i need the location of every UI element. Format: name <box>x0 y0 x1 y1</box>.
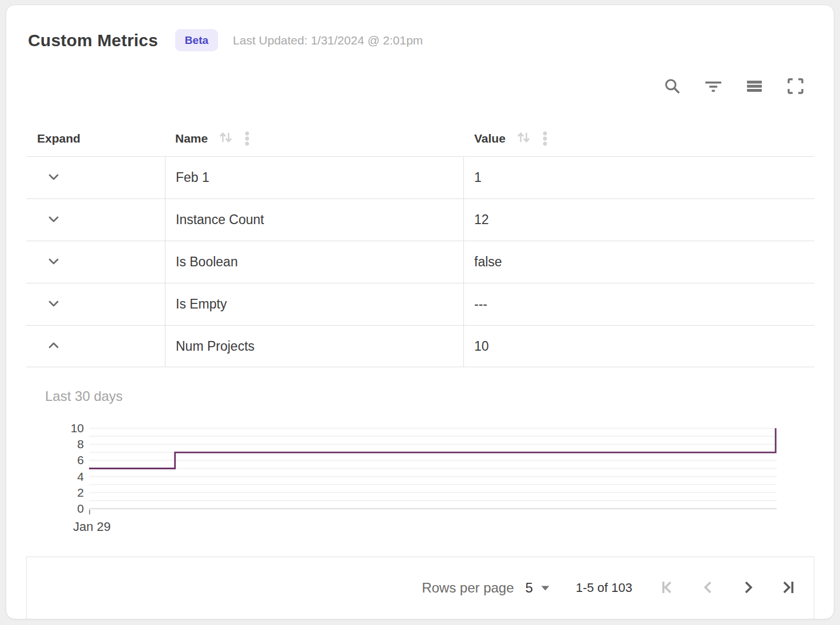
column-label: Name <box>175 132 208 145</box>
value-cell: 10 <box>464 326 814 367</box>
expand-row-button[interactable] <box>43 293 64 315</box>
metric-name: Is Empty <box>176 297 227 312</box>
filter-button[interactable] <box>704 77 723 96</box>
metric-name: Instance Count <box>176 212 264 228</box>
expand-row-button[interactable] <box>43 251 64 273</box>
trend-chart-svg <box>89 428 777 509</box>
y-tick-label: 6 <box>6 453 84 467</box>
table-header-row: Expand Name Value <box>26 120 814 156</box>
column-header-expand: Expand <box>26 132 165 145</box>
x-axis-tick <box>89 510 90 514</box>
chart-plot-area <box>89 428 777 509</box>
column-header-name[interactable]: Name <box>165 129 464 148</box>
next-page-button[interactable] <box>740 579 757 596</box>
expand-row-button[interactable] <box>43 167 64 189</box>
metric-name: Feb 1 <box>176 170 209 185</box>
metric-value: 1 <box>474 170 482 185</box>
y-tick-label: 2 <box>6 486 84 500</box>
y-tick-label: 8 <box>6 437 84 451</box>
fullscreen-button[interactable] <box>786 77 805 96</box>
caret-down-icon <box>541 586 550 591</box>
metric-value: false <box>474 254 502 270</box>
value-cell: false <box>464 241 814 283</box>
expand-row-button[interactable] <box>43 209 64 231</box>
expand-cell <box>26 326 165 367</box>
table-row-expanded: Num Projects 10 <box>26 325 814 367</box>
column-header-value[interactable]: Value <box>464 129 814 148</box>
sort-icon[interactable] <box>217 129 234 148</box>
table-row: Is Boolean false <box>26 241 814 283</box>
y-tick-label: 10 <box>6 421 84 435</box>
last-updated-text: Last Updated: 1/31/2024 @ 2:01pm <box>233 34 423 47</box>
chart-title: Last 30 days <box>45 388 123 404</box>
rows-per-page-select[interactable]: 5 <box>526 580 550 596</box>
expand-cell <box>26 241 165 283</box>
column-label: Expand <box>37 132 80 145</box>
filter-icon <box>704 77 722 97</box>
column-menu-icon[interactable] <box>541 129 549 148</box>
chart-y-axis: 10 8 6 4 2 0 <box>6 428 84 509</box>
column-menu-icon[interactable] <box>243 129 251 148</box>
first-page-icon <box>660 579 677 598</box>
chevron-down-icon <box>46 295 62 313</box>
value-cell: 1 <box>464 157 814 198</box>
search-button[interactable] <box>663 77 682 96</box>
name-cell: Feb 1 <box>165 157 464 198</box>
name-cell: Num Projects <box>165 326 464 367</box>
search-icon <box>663 77 681 97</box>
column-label: Value <box>474 132 506 145</box>
chevron-down-icon <box>46 253 62 271</box>
name-cell: Is Boolean <box>165 241 464 283</box>
y-tick-label: 0 <box>6 502 84 516</box>
rows-per-page-value: 5 <box>526 580 533 596</box>
x-tick-label: Jan 29 <box>60 520 123 534</box>
metric-value: 12 <box>474 212 489 228</box>
collapse-row-button[interactable] <box>43 335 64 358</box>
name-cell: Instance Count <box>165 199 464 241</box>
metric-name: Is Boolean <box>176 254 238 270</box>
first-page-button[interactable] <box>660 579 677 596</box>
chevron-down-icon <box>46 169 62 186</box>
beta-badge: Beta <box>175 29 218 51</box>
table-row: Is Empty --- <box>26 283 814 325</box>
table-row: Instance Count 12 <box>26 198 814 241</box>
chevron-right-icon <box>740 579 757 598</box>
metric-name: Num Projects <box>176 339 255 354</box>
density-button[interactable] <box>745 77 764 96</box>
chevron-down-icon <box>46 211 62 229</box>
custom-metrics-card: Custom Metrics Beta Last Updated: 1/31/2… <box>6 5 834 619</box>
page-header: Custom Metrics Beta Last Updated: 1/31/2… <box>28 29 811 51</box>
value-cell: --- <box>464 283 814 325</box>
expand-cell <box>26 199 165 241</box>
sort-icon[interactable] <box>515 129 532 148</box>
rows-per-page-label: Rows per page <box>422 580 514 596</box>
y-tick-label: 4 <box>6 470 84 484</box>
pagination-range: 1-5 of 103 <box>576 581 632 595</box>
chevron-up-icon <box>46 338 62 355</box>
pagination-nav <box>660 579 797 596</box>
metrics-table: Expand Name Value <box>26 120 814 367</box>
previous-page-button[interactable] <box>700 579 717 596</box>
pagination-footer: Rows per page 5 1-5 of 103 <box>26 557 814 619</box>
chevron-left-icon <box>700 579 717 598</box>
density-icon <box>746 78 763 96</box>
name-cell: Is Empty <box>165 283 464 325</box>
table-row: Feb 1 1 <box>26 156 814 198</box>
last-page-icon <box>780 579 797 598</box>
metric-value: 10 <box>474 339 489 354</box>
page-title: Custom Metrics <box>28 31 158 50</box>
last-page-button[interactable] <box>780 579 797 596</box>
trend-chart: 10 8 6 4 2 0 Jan 29 <box>6 428 834 548</box>
value-cell: 12 <box>464 199 814 241</box>
grid-toolbar <box>663 77 805 96</box>
metric-value: --- <box>474 297 487 312</box>
fullscreen-icon <box>786 77 805 97</box>
expand-cell <box>26 157 165 198</box>
expand-cell <box>26 283 165 325</box>
